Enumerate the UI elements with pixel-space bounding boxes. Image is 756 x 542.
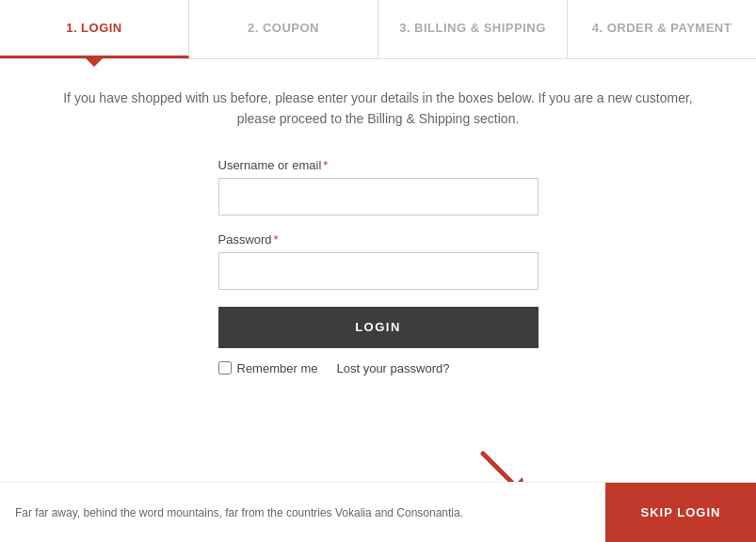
step-4-number: 4.: [592, 21, 603, 35]
step-3-label: BILLING & SHIPPING: [414, 21, 546, 35]
step-2-label: COUPON: [263, 21, 319, 35]
checkout-steps: 1.LOGIN 2.COUPON 3.BILLING & SHIPPING 4.…: [0, 0, 756, 59]
password-required: *: [274, 232, 279, 247]
remember-me-group: Remember me: [218, 361, 318, 375]
login-form: Username or email* Password* LOGIN Remem…: [218, 158, 539, 375]
username-group: Username or email*: [218, 158, 539, 215]
step-1-label: LOGIN: [81, 21, 122, 35]
password-group: Password*: [218, 232, 539, 290]
remember-checkbox[interactable]: [218, 361, 232, 375]
username-input[interactable]: [218, 178, 539, 215]
username-label: Username or email*: [218, 158, 539, 172]
info-text: If you have shopped with us before, plea…: [58, 88, 699, 130]
password-label: Password*: [218, 232, 539, 247]
lost-password-link[interactable]: Lost your password?: [336, 361, 449, 375]
main-content: If you have shopped with us before, plea…: [0, 59, 756, 394]
remember-label: Remember me: [237, 361, 318, 375]
step-3-number: 3.: [399, 21, 410, 35]
step-2-number: 2.: [248, 21, 259, 35]
login-button[interactable]: LOGIN: [218, 307, 539, 348]
step-billing[interactable]: 3.BILLING & SHIPPING: [378, 0, 568, 58]
footer-text: Far far away, behind the word mountains,…: [0, 483, 605, 542]
password-input[interactable]: [218, 252, 539, 290]
step-login[interactable]: 1.LOGIN: [0, 0, 189, 58]
step-1-number: 1.: [66, 21, 77, 35]
bottom-bar: Far far away, behind the word mountains,…: [0, 482, 756, 542]
username-required: *: [323, 158, 328, 172]
step-4-label: ORDER & PAYMENT: [607, 21, 732, 35]
step-payment[interactable]: 4.ORDER & PAYMENT: [568, 0, 756, 58]
skip-login-button[interactable]: SKIP LOGIN: [605, 483, 756, 542]
form-footer: Remember me Lost your password?: [218, 361, 539, 375]
step-coupon[interactable]: 2.COUPON: [189, 0, 378, 58]
